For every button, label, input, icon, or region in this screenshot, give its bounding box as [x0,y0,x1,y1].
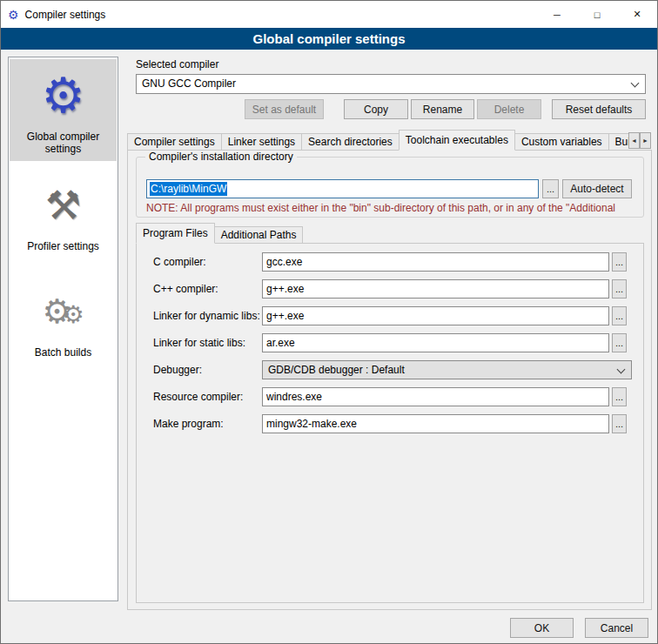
make-program-browse-button[interactable]: ... [612,414,627,433]
cpp-compiler-input[interactable] [262,279,609,299]
linker-dynamic-label: Linker for dynamic libs: [153,310,260,322]
close-icon: ✕ [633,9,641,20]
tab-search-directories[interactable]: Search directories [301,133,400,151]
sidebar-item-batch-builds[interactable]: ⚙⚙ Batch builds [10,275,117,365]
sidebar-item-profiler-settings[interactable]: ⚒ Profiler settings [10,169,117,258]
gear-icon: ⚙ [10,63,117,129]
chevron-down-icon [631,79,640,88]
subtab-additional-paths[interactable]: Additional Paths [214,226,304,244]
tab-compiler-settings[interactable]: Compiler settings [127,133,222,151]
app-icon: ⚙ [8,9,19,21]
settings-tabstrip: Compiler settingsLinker settingsSearch d… [127,130,628,151]
chevron-down-icon [617,366,626,374]
c-compiler-browse-button[interactable]: ... [612,252,627,272]
debugger-dropdown[interactable]: GDB/CDB debugger : Default [262,360,632,379]
settings-category-list: ⚙ Global compiler settings ⚒ Profiler se… [8,57,118,601]
compiler-settings-dialog: ⚙ Compiler settings ─ □ ✕ Global compile… [0,0,658,644]
minimize-icon: ─ [554,10,561,20]
resource-compiler-input[interactable] [262,387,609,406]
tab-custom-variables[interactable]: Custom variables [514,133,609,151]
debugger-value: GDB/CDB debugger : Default [268,364,405,376]
tab-scroll-right-button[interactable]: ► [640,132,651,149]
linker-dynamic-input[interactable] [262,306,609,325]
arrow-left-icon: ◄ [631,138,637,144]
linker-static-input[interactable] [262,333,609,352]
linker-dynamic-browse-button[interactable]: ... [612,306,627,325]
minimize-button[interactable]: ─ [537,1,577,28]
window-title: Compiler settings [25,9,106,21]
titlebar[interactable]: ⚙ Compiler settings ─ □ ✕ [1,1,657,28]
selected-compiler-label: Selected compiler [136,58,218,70]
cpp-compiler-label: C++ compiler: [153,283,218,295]
tab-linker-settings[interactable]: Linker settings [221,133,302,151]
sidebar-item-label: Profiler settings [10,238,117,258]
window-controls: ─ □ ✕ [537,1,657,28]
resource-compiler-label: Resource compiler: [153,391,243,403]
tab-build-options[interactable]: Build [608,133,628,151]
maximize-button[interactable]: □ [577,1,617,28]
resource-compiler-browse-button[interactable]: ... [612,387,627,406]
installation-directory-group: Compiler's installation directory C:\ray… [136,157,644,218]
reset-defaults-button[interactable]: Reset defaults [552,99,646,119]
bin-subdirectory-note: NOTE: All programs must exist either in … [146,202,639,214]
delete-button: Delete [477,99,541,119]
installation-directory-browse-button[interactable]: ... [542,179,559,198]
c-compiler-input[interactable] [262,252,609,272]
auto-detect-button[interactable]: Auto-detect [562,179,632,198]
linker-static-label: Linker for static libs: [153,337,245,349]
maximize-icon: □ [594,10,601,20]
sidebar-item-label: Batch builds [10,345,117,365]
sidebar-item-label: Global compiler settings [10,129,117,161]
cpp-compiler-browse-button[interactable]: ... [612,279,627,299]
copy-button[interactable]: Copy [344,99,408,119]
linker-static-browse-button[interactable]: ... [612,333,627,352]
make-program-label: Make program: [153,418,224,430]
dialog-banner: Global compiler settings [1,28,657,50]
rename-button[interactable]: Rename [411,99,474,119]
tab-toolchain-executables[interactable]: Toolchain executables [399,130,515,151]
installation-directory-input[interactable]: C:\raylib\MinGW [146,179,539,198]
ok-button[interactable]: OK [510,618,574,638]
profiler-tool-icon: ⚒ [10,172,117,238]
make-program-input[interactable] [262,414,609,433]
selected-compiler-dropdown[interactable]: GNU GCC Compiler [136,74,646,94]
subtab-program-files[interactable]: Program Files [136,223,215,244]
selected-compiler-value: GNU GCC Compiler [142,77,236,90]
gear-icon: ⚙ [62,301,84,328]
program-files-tabstrip: Program FilesAdditional Paths [136,223,302,244]
c-compiler-label: C compiler: [153,256,206,268]
dialog-banner-title: Global compiler settings [252,31,405,46]
gears-stack-icon: ⚙⚙ [10,278,117,345]
cancel-button[interactable]: Cancel [585,618,648,638]
sidebar-item-global-compiler-settings[interactable]: ⚙ Global compiler settings [10,59,117,161]
close-button[interactable]: ✕ [617,1,657,28]
installation-directory-group-label: Compiler's installation directory [145,151,297,163]
tab-scroll-left-button[interactable]: ◄ [628,132,640,149]
arrow-right-icon: ► [642,138,648,144]
debugger-label: Debugger: [153,364,202,376]
set-as-default-button: Set as default [245,99,324,119]
installation-directory-value: C:\raylib\MinGW [150,182,227,196]
